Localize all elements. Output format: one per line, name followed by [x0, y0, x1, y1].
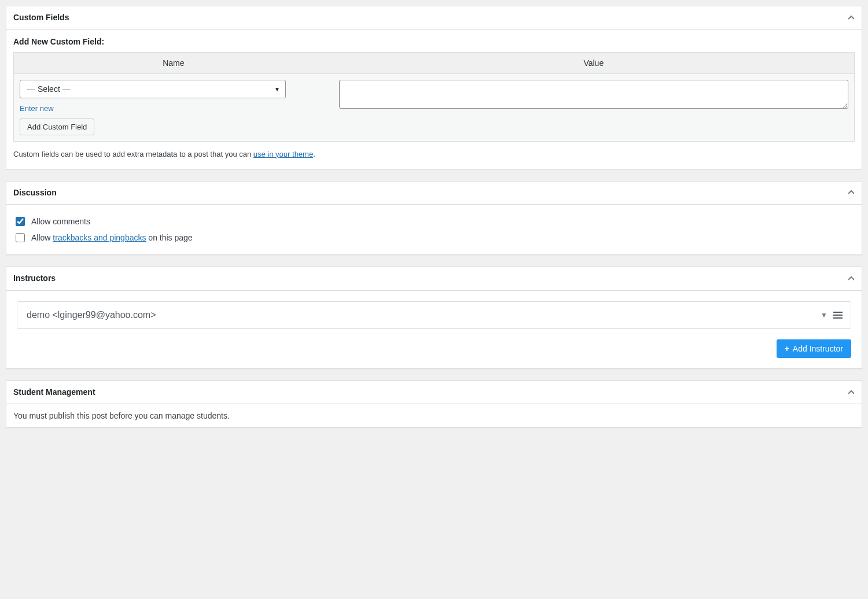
drag-handle-icon[interactable] [833, 312, 843, 319]
trackbacks-link[interactable]: trackbacks and pingbacks [53, 233, 146, 242]
allow-trackbacks-label: Allow trackbacks and pingbacks on this p… [31, 233, 193, 242]
allow-suffix: on this page [146, 233, 192, 242]
column-name: Name [14, 52, 333, 73]
table-row: — Select — ▼ Enter new Add Custom Field [14, 73, 855, 141]
name-select[interactable]: — Select — [20, 80, 286, 98]
enter-new-link[interactable]: Enter new [20, 104, 54, 113]
custom-fields-body: Add New Custom Field: Name Value — Selec… [6, 30, 862, 169]
custom-fields-title: Custom Fields [6, 6, 76, 29]
instructor-row: ▼ [17, 301, 851, 329]
instructor-input[interactable] [17, 302, 821, 328]
use-in-theme-link[interactable]: use in your theme [253, 150, 313, 158]
allow-comments-label: Allow comments [31, 217, 90, 226]
instructors-panel: Instructors ▼ + Add Instructor [6, 267, 862, 369]
chevron-up-icon [848, 390, 854, 395]
instructors-header: Instructors [6, 267, 862, 291]
discussion-panel: Discussion Allow comments Allow trackbac… [6, 181, 862, 256]
collapse-toggle[interactable] [841, 382, 862, 403]
add-custom-field-button[interactable]: Add Custom Field [20, 119, 94, 135]
allow-comments-checkbox[interactable] [16, 217, 25, 226]
student-management-notice: You must publish this post before you ca… [6, 404, 862, 427]
column-value: Value [333, 52, 855, 73]
custom-fields-header: Custom Fields [6, 6, 862, 30]
instructors-title: Instructors [6, 267, 62, 290]
description-suffix: . [313, 150, 315, 158]
name-select-wrap: — Select — ▼ [20, 80, 286, 98]
allow-comments-row[interactable]: Allow comments [13, 215, 855, 228]
value-textarea[interactable] [339, 80, 848, 109]
custom-fields-description: Custom fields can be used to add extra m… [13, 150, 855, 158]
chevron-down-icon[interactable]: ▼ [821, 311, 827, 319]
allow-prefix: Allow [31, 233, 53, 242]
discussion-body: Allow comments Allow trackbacks and ping… [6, 205, 862, 254]
add-instructor-label: Add Instructor [793, 344, 843, 353]
instructor-actions: ▼ [821, 311, 851, 319]
collapse-toggle[interactable] [841, 8, 862, 28]
student-management-title: Student Management [6, 381, 102, 404]
instructors-body: ▼ + Add Instructor [6, 291, 862, 368]
discussion-header: Discussion [6, 182, 862, 205]
collapse-toggle[interactable] [841, 268, 862, 289]
custom-fields-panel: Custom Fields Add New Custom Field: Name… [6, 6, 862, 169]
student-management-panel: Student Management You must publish this… [6, 380, 862, 428]
custom-fields-table: Name Value — Select — ▼ Enter new [13, 52, 855, 142]
description-prefix: Custom fields can be used to add extra m… [13, 150, 253, 158]
discussion-title: Discussion [6, 182, 64, 205]
plus-icon: + [785, 344, 789, 353]
chevron-up-icon [848, 276, 854, 282]
add-new-label: Add New Custom Field: [13, 37, 855, 46]
collapse-toggle[interactable] [841, 182, 862, 203]
allow-trackbacks-checkbox[interactable] [16, 233, 25, 242]
add-instructor-button[interactable]: + Add Instructor [777, 339, 851, 358]
chevron-up-icon [848, 15, 854, 21]
allow-trackbacks-row[interactable]: Allow trackbacks and pingbacks on this p… [13, 231, 855, 244]
chevron-up-icon [848, 190, 854, 195]
student-management-header: Student Management [6, 381, 862, 405]
